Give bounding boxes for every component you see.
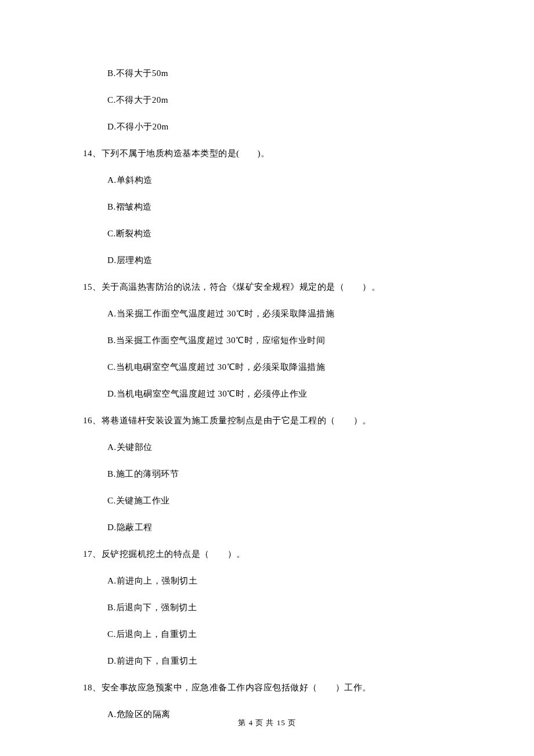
option-17-b: B.后退向下，强制切土 — [107, 602, 476, 613]
page-footer: 第 4 页 共 15 页 — [0, 718, 534, 728]
question-15: 15、关于高温热害防治的说法，符合《煤矿安全规程》规定的是（ ）。 — [83, 282, 476, 293]
option-17-a: A.前进向上，强制切土 — [107, 575, 476, 586]
question-14: 14、下列不属于地质构造基本类型的是( )。 — [83, 148, 476, 159]
option-14-d: D.层理构造 — [107, 255, 476, 266]
option-16-d: D.隐蔽工程 — [107, 522, 476, 533]
option-16-a: A.关键部位 — [107, 442, 476, 453]
option-15-d: D.当机电硐室空气温度超过 30℃时，必须停止作业 — [107, 388, 476, 399]
option-16-b: B.施工的薄弱环节 — [107, 469, 476, 480]
document-content: B.不得大于50m C.不得大于20m D.不得小于20m 14、下列不属于地质… — [0, 0, 534, 720]
option-15-c: C.当机电硐室空气温度超过 30℃时，必须采取降温措施 — [107, 362, 476, 373]
option-17-c: C.后退向上，自重切土 — [107, 629, 476, 640]
option-13-c: C.不得大于20m — [107, 95, 476, 106]
option-15-a: A.当采掘工作面空气温度超过 30℃时，必须采取降温措施 — [107, 308, 476, 319]
option-17-d: D.前进向下，自重切土 — [107, 656, 476, 667]
option-14-c: C.断裂构造 — [107, 228, 476, 239]
option-16-c: C.关键施工作业 — [107, 495, 476, 506]
option-14-a: A.单斜构造 — [107, 175, 476, 186]
option-13-d: D.不得小于20m — [107, 121, 476, 132]
question-17: 17、反铲挖掘机挖土的特点是（ ）。 — [83, 549, 476, 560]
question-18: 18、安全事故应急预案中，应急准备工作内容应包括做好（ ）工作。 — [83, 682, 476, 693]
question-16: 16、将巷道锚杆安装设置为施工质量控制点是由于它是工程的（ ）。 — [83, 415, 476, 426]
option-13-b: B.不得大于50m — [107, 68, 476, 79]
option-15-b: B.当采掘工作面空气温度超过 30℃时，应缩短作业时间 — [107, 335, 476, 346]
option-14-b: B.褶皱构造 — [107, 201, 476, 213]
